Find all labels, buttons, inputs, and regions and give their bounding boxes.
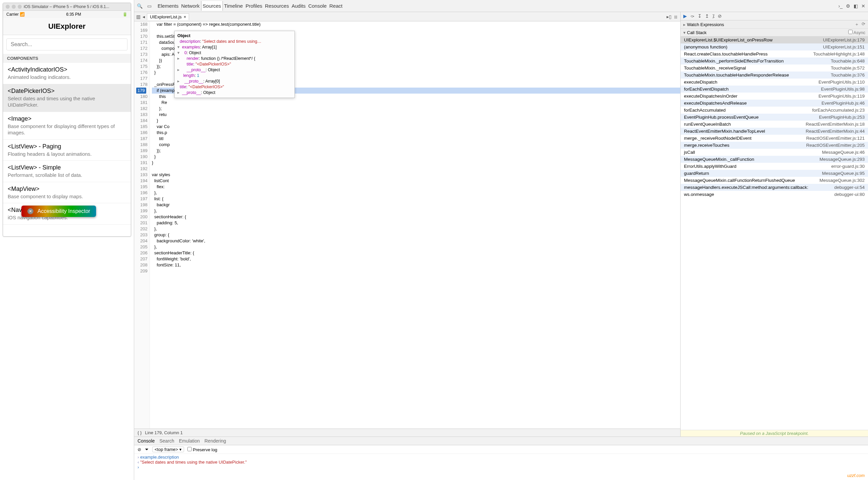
device-icon[interactable]: ▭ <box>147 3 152 9</box>
stack-frame-loc: Touchable.js:648 <box>831 59 865 64</box>
top-tab-profiles[interactable]: Profiles <box>244 1 264 11</box>
stack-frame[interactable]: MessageQueueMixin.callFunctionReturnFlus… <box>681 177 868 184</box>
add-icon[interactable]: ＋ <box>855 22 859 27</box>
stack-frame-loc: UIExplorerList.js:179 <box>823 37 865 42</box>
async-checkbox[interactable] <box>848 30 852 34</box>
filter-icon[interactable]: ⏷ <box>145 447 149 452</box>
gear-icon[interactable]: ⚙ <box>846 3 850 9</box>
top-tab-react[interactable]: React <box>328 1 344 11</box>
stack-frame[interactable]: runEventQueueInBatchReactEventEmitterMix… <box>681 121 868 128</box>
top-tab-sources[interactable]: Sources <box>201 1 223 11</box>
step-over-icon[interactable]: ⤼ <box>690 13 694 19</box>
stack-frame-fn: jsCall <box>684 150 695 155</box>
step-out-icon[interactable]: ↥ <box>705 13 709 19</box>
clear-console-icon[interactable]: ⊘ <box>137 447 141 452</box>
stack-frame[interactable]: TouchableMixin._receiveSignalTouchable.j… <box>681 65 868 72</box>
search-input[interactable] <box>6 38 127 50</box>
list-item-title: <MapView> <box>8 185 126 193</box>
list-item[interactable]: <MapView>Base component to display maps. <box>3 182 131 204</box>
console-output[interactable]: › example.description‹ "Select dates and… <box>134 454 868 480</box>
stack-frame[interactable]: forEachEventDispatchEventPluginUtils.js:… <box>681 85 868 93</box>
simulator-title: iOS Simulator – iPhone 5 – iPhone 5 / iO… <box>24 4 109 9</box>
resume-icon[interactable]: ▶ <box>683 13 687 19</box>
stack-frame[interactable]: merge._receiveRootNodeIDEventReactIOSEve… <box>681 135 868 142</box>
stack-frame-loc: forEachAccumulated.js:23 <box>812 108 865 113</box>
stack-frame[interactable]: executeDispatchEventPluginUtils.js:110 <box>681 78 868 85</box>
list-item-title: <ActivityIndicatorIOS> <box>8 66 126 73</box>
top-tab-audits[interactable]: Audits <box>290 1 307 11</box>
top-tab-timeline[interactable]: Timeline <box>223 1 244 11</box>
stack-frame[interactable]: executeDispatchesInOrderEventPluginUtils… <box>681 93 868 100</box>
stack-frame-loc: MessageQueue.js:293 <box>819 157 865 162</box>
stack-frame-fn: (anonymous function) <box>684 44 727 49</box>
top-tab-console[interactable]: Console <box>307 1 328 11</box>
play-icon[interactable]: ▸▯ <box>666 14 672 20</box>
debugger-toolbar: ▶ ⤼ ↧ ↥ ⁒ ⊘ <box>681 12 868 21</box>
stack-frame[interactable]: messageHandlers.executeJSCall:method:arg… <box>681 184 868 191</box>
search-icon[interactable]: 🔍 <box>137 3 143 9</box>
stack-frame-loc: debugger-ui:80 <box>834 192 865 197</box>
file-tab-label: UIExplorerList.js <box>150 14 182 20</box>
deactivate-breakpoints-icon[interactable]: ⁒ <box>712 13 714 19</box>
zoom-traffic-light[interactable] <box>18 5 22 9</box>
stack-frame[interactable]: React.createClass.touchableHandlePressTo… <box>681 50 868 58</box>
stack-frame[interactable]: TouchableMixin._performSideEffectsForTra… <box>681 58 868 65</box>
drawer-tab-console[interactable]: Console <box>137 438 155 444</box>
braces-icon[interactable]: { } <box>137 430 142 435</box>
minimize-traffic-light[interactable] <box>12 5 16 9</box>
file-tab[interactable]: UIExplorerList.js × <box>147 13 189 20</box>
stack-frame-fn: MessageQueueMixin.callFunctionReturnFlus… <box>684 178 795 183</box>
top-tab-network[interactable]: Network <box>180 1 201 11</box>
stack-frame[interactable]: merge.receiveTouchesReactIOSEventEmitter… <box>681 142 868 149</box>
stack-frame[interactable]: jsCallMessageQueue.js:46 <box>681 149 868 156</box>
refresh-icon[interactable]: ⟳ <box>862 22 865 27</box>
chevron-left-icon[interactable]: ◂ <box>143 14 145 20</box>
stack-frame-loc: EventPluginUtils.js:98 <box>821 87 865 92</box>
list-item[interactable]: <ListView> - PagingFloating headers & la… <box>3 140 131 161</box>
simulator-titlebar: iOS Simulator – iPhone 5 – iPhone 5 / iO… <box>3 3 131 11</box>
list-item[interactable]: <ActivityIndicatorIOS>Animated loading i… <box>3 63 131 84</box>
top-tab-elements[interactable]: Elements <box>156 1 180 11</box>
split-icon[interactable]: ⫼ <box>674 14 678 20</box>
accessibility-inspector-badge[interactable]: ✕ Accessibility Inspector <box>22 206 96 217</box>
stack-frame[interactable]: guardReturnMessageQueue.js:95 <box>681 170 868 177</box>
code-editor[interactable]: 1681691701711721731741751761771781791801… <box>134 22 680 428</box>
drawer-tab-emulation[interactable]: Emulation <box>179 438 200 444</box>
source-tabstrip: ▥ ◂ UIExplorerList.js × ▸▯ ⫼ <box>134 12 680 22</box>
watch-expressions-header[interactable]: ▸Watch Expressions ＋⟳ <box>681 21 868 29</box>
list-item[interactable]: <Image>Base component for displaying dif… <box>3 112 131 140</box>
navigator-toggle-icon[interactable]: ▥ <box>136 14 141 20</box>
stack-frame[interactable]: ReactEventEmitterMixin.handleTopLevelRea… <box>681 128 868 135</box>
preserve-log-checkbox[interactable] <box>187 447 192 451</box>
call-stack-header[interactable]: ▾Call Stack Async <box>681 29 868 36</box>
stack-frame-loc: TouchableHighlight.js:148 <box>813 52 865 57</box>
tooltip-head: Object <box>177 33 190 38</box>
stack-frame[interactable]: ws.onmessagedebugger-ui:80 <box>681 191 868 198</box>
stack-frame[interactable]: (anonymous function)UIExplorerList.js:15… <box>681 43 868 50</box>
close-icon[interactable]: × <box>184 14 186 20</box>
pause-exceptions-icon[interactable]: ⊘ <box>718 13 722 19</box>
battery-icon <box>122 12 127 17</box>
list-item[interactable]: <DatePickerIOS>Select dates and times us… <box>3 84 131 112</box>
stack-frame[interactable]: UIExplorerList.$UIExplorerList_onPressRo… <box>681 36 868 43</box>
page-title: UIExplorer <box>3 22 131 31</box>
drawer-tab-search[interactable]: Search <box>159 438 174 444</box>
step-into-icon[interactable]: ↧ <box>698 13 702 19</box>
close-icon[interactable]: ✕ <box>27 208 33 214</box>
frame-selector[interactable]: <top frame> ▾ <box>152 447 184 452</box>
drawer-tab-rendering[interactable]: Rendering <box>205 438 226 444</box>
stack-frame[interactable]: ErrorUtils.applyWithGuarderror-guard.js:… <box>681 163 868 170</box>
close-traffic-light[interactable] <box>6 5 10 9</box>
stack-frame[interactable]: executeDispatchesAndReleaseEventPluginHu… <box>681 100 868 107</box>
stack-frame-loc: Touchable.js:376 <box>831 72 865 77</box>
top-tab-resources[interactable]: Resources <box>264 1 290 11</box>
drawer-toggle-icon[interactable]: ›_ <box>839 3 843 9</box>
stack-frame[interactable]: EventPluginHub.processEventQueueEventPlu… <box>681 114 868 121</box>
list-item[interactable]: <ListView> - SimplePerformant, scrollabl… <box>3 161 131 182</box>
close-icon[interactable]: ✕ <box>861 3 865 9</box>
dock-icon[interactable]: ◧ <box>854 3 858 9</box>
stack-frame[interactable]: TouchableMixin.touchableHandleResponderR… <box>681 72 868 78</box>
stack-frame[interactable]: forEachAccumulatedforEachAccumulated.js:… <box>681 107 868 114</box>
stack-frame[interactable]: MessageQueueMixin._callFunctionMessageQu… <box>681 156 868 163</box>
call-stack-list[interactable]: UIExplorerList.$UIExplorerList_onPressRo… <box>681 36 868 430</box>
